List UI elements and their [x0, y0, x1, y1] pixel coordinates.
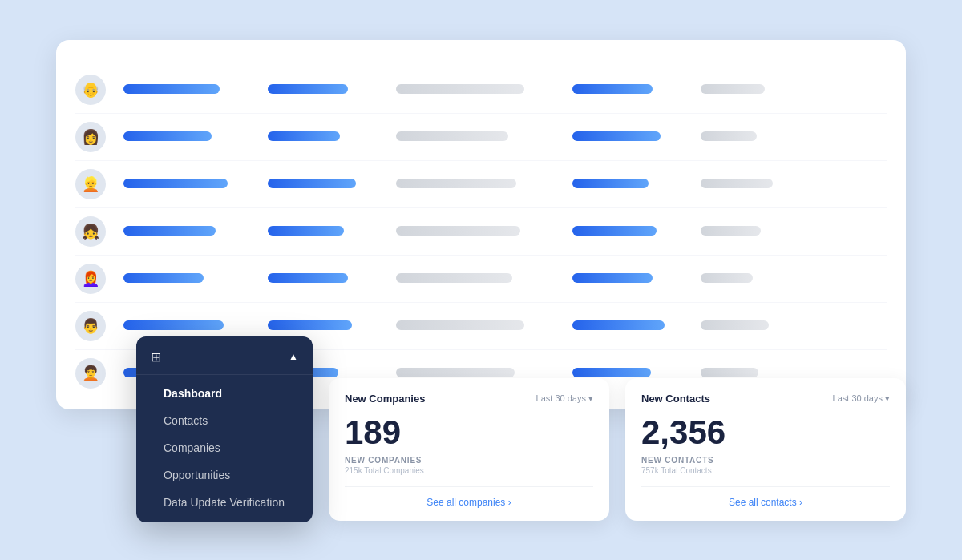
phone-cell	[572, 130, 701, 144]
stat-period[interactable]: Last 30 days ▾	[536, 393, 593, 404]
stat-title: New Contacts	[641, 393, 710, 405]
stat-link[interactable]: See all companies ›	[345, 486, 593, 508]
dropdown-header: ⊞ ▲	[136, 349, 313, 375]
avatar	[75, 264, 123, 294]
stat-title: New Companies	[345, 393, 425, 405]
company-cell	[701, 177, 887, 191]
avatar	[75, 216, 123, 247]
phone-cell	[572, 224, 701, 239]
contacts-dropdown-menu: ⊞ ▲ DashboardContactsCompaniesOpportunit…	[136, 336, 313, 522]
first-name-cell	[123, 83, 268, 97]
dropdown-items-list: DashboardContactsCompaniesOpportunitiesD…	[136, 380, 313, 516]
stat-cards-container: New Companies Last 30 days ▾ 189 NEW COM…	[329, 378, 906, 521]
table-row[interactable]	[75, 208, 887, 256]
dropdown-item-data-update-verification[interactable]: Data Update Verification	[141, 489, 308, 516]
email-cell	[396, 224, 572, 239]
stat-period[interactable]: Last 30 days ▾	[833, 393, 890, 404]
company-cell	[701, 224, 887, 239]
phone-cell	[572, 319, 701, 333]
stat-number: 2,356	[641, 416, 890, 449]
stat-sublabel: 215k Total Companies	[345, 466, 593, 475]
first-name-cell	[123, 130, 268, 144]
avatar	[75, 169, 123, 199]
first-name-cell	[123, 224, 268, 239]
last-name-cell	[268, 83, 396, 97]
avatar	[75, 122, 123, 152]
last-name-cell	[268, 319, 396, 333]
first-name-cell	[123, 177, 268, 191]
email-cell	[396, 177, 572, 191]
table-header	[56, 40, 906, 66]
phone-cell	[572, 272, 701, 286]
contacts-menu-icon: ⊞	[151, 349, 161, 365]
stat-sublabel: 757k Total Contacts	[641, 466, 890, 475]
first-name-cell	[123, 319, 268, 333]
avatar	[75, 358, 123, 389]
dropdown-item-opportunities[interactable]: Opportunities	[141, 461, 308, 489]
stat-label: NEW CONTACTS	[641, 456, 890, 465]
last-name-cell	[268, 224, 396, 239]
email-cell	[396, 83, 572, 97]
email-cell	[396, 319, 572, 333]
last-name-cell	[268, 177, 396, 191]
stat-label: NEW COMPANIES	[345, 456, 593, 465]
table-row[interactable]	[75, 114, 887, 161]
email-cell	[396, 272, 572, 286]
table-row[interactable]	[75, 256, 887, 303]
dropdown-item-companies[interactable]: Companies	[141, 434, 308, 461]
dropdown-item-contacts[interactable]: Contacts	[141, 407, 308, 434]
avatar	[75, 75, 123, 105]
last-name-cell	[268, 130, 396, 144]
company-cell	[701, 272, 887, 286]
company-cell	[701, 319, 887, 333]
dropdown-toggle-icon[interactable]: ▲	[289, 351, 298, 362]
phone-cell	[572, 83, 701, 97]
dropdown-item-dashboard[interactable]: Dashboard	[141, 380, 308, 407]
email-cell	[396, 130, 572, 144]
company-cell	[701, 130, 887, 144]
phone-cell	[572, 177, 701, 191]
stat-link[interactable]: See all contacts ›	[641, 486, 890, 508]
avatar	[75, 311, 123, 341]
new-companies-card: New Companies Last 30 days ▾ 189 NEW COM…	[329, 378, 609, 521]
first-name-cell	[123, 272, 268, 286]
table-row[interactable]	[75, 161, 887, 208]
company-cell	[701, 83, 887, 97]
new-contacts-card: New Contacts Last 30 days ▾ 2,356 NEW CO…	[625, 378, 906, 521]
last-name-cell	[268, 272, 396, 286]
table-row[interactable]	[75, 66, 887, 114]
stat-number: 189	[345, 416, 593, 449]
